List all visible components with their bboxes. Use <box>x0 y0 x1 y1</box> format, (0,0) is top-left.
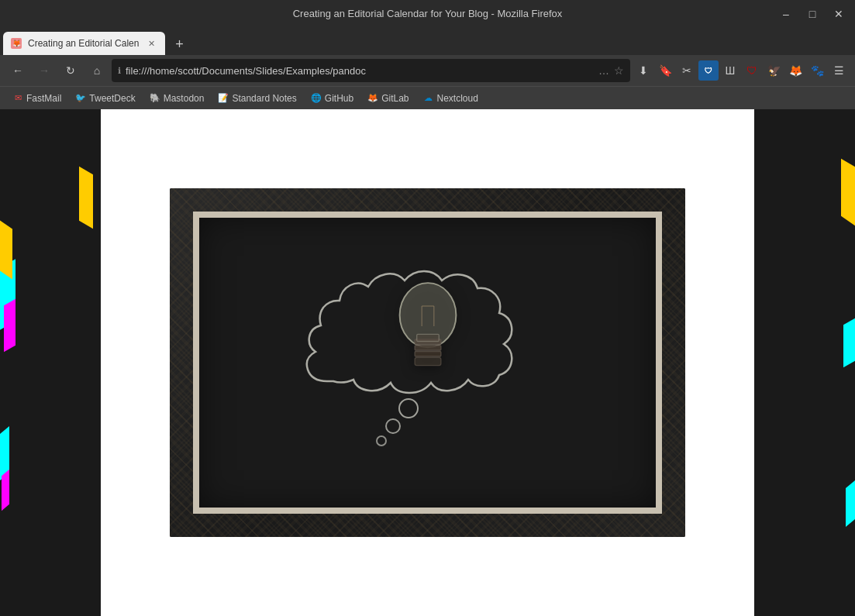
bookmark-standard-notes-label: Standard Notes <box>232 93 296 104</box>
tab-favicon: 🦊 <box>11 38 22 49</box>
bookmark-github[interactable]: 🌐 GitHub <box>305 91 360 106</box>
bookmark-standard-notes[interactable]: 📝 Standard Notes <box>212 91 302 106</box>
standard-notes-favicon: 📝 <box>218 93 229 104</box>
chalkboard-bg <box>170 188 685 537</box>
new-tab-button[interactable]: + <box>168 33 190 55</box>
bookmark-tweetdeck[interactable]: 🐦 TweetDeck <box>69 91 141 106</box>
fastmail-favicon: ✉ <box>12 93 23 104</box>
bookmark-icon[interactable]: 🔖 <box>655 60 675 81</box>
menu-button[interactable]: ☰ <box>829 60 849 81</box>
mastodon-favicon: 🐘 <box>150 93 160 104</box>
ext1-icon[interactable]: Ш <box>720 60 740 81</box>
bookmark-fastmail-label: FastMail <box>26 93 61 104</box>
ext3-icon[interactable]: 🦅 <box>764 60 784 81</box>
active-tab[interactable]: 🦊 Creating an Editorial Calen ✕ <box>3 32 165 55</box>
minimize-button[interactable]: – <box>776 7 796 21</box>
cyan-deco-right <box>846 480 855 527</box>
security-icon: ℹ <box>118 66 121 76</box>
svg-point-2 <box>377 436 386 446</box>
svg-rect-8 <box>415 346 441 351</box>
download-icon[interactable]: ⬇ <box>633 60 653 81</box>
ext2-icon[interactable]: 🛡 <box>742 60 762 81</box>
slide-container <box>101 109 754 616</box>
tweetdeck-favicon: 🐦 <box>75 93 86 104</box>
chalkboard-inner <box>193 212 662 514</box>
svg-rect-10 <box>415 357 441 365</box>
bookmark-gitlab[interactable]: 🦊 GitLab <box>361 91 415 106</box>
screenshot-icon[interactable]: ✂ <box>677 60 697 81</box>
maximize-button[interactable]: □ <box>802 7 822 21</box>
home-button[interactable]: ⌂ <box>85 59 109 82</box>
window-controls: – □ ✕ <box>776 7 849 21</box>
svg-rect-11 <box>416 334 439 341</box>
slide-area <box>101 109 754 616</box>
tab-title: Creating an Editorial Calen <box>28 38 139 49</box>
bookmark-nextcloud-label: Nextcloud <box>437 93 478 104</box>
github-favicon: 🌐 <box>311 93 322 104</box>
bookmark-tweetdeck-label: TweetDeck <box>89 93 135 104</box>
left-margin <box>0 109 101 616</box>
bookmark-github-label: GitHub <box>325 93 353 104</box>
svg-rect-9 <box>415 352 441 357</box>
more-icon[interactable]: … <box>598 64 609 77</box>
slide-image <box>170 188 685 537</box>
tab-close-button[interactable]: ✕ <box>145 37 157 50</box>
title-bar: Creating an Editorial Calendar for Your … <box>0 0 855 27</box>
bitwarden-icon[interactable]: 🛡 <box>698 60 719 81</box>
right-margin <box>754 109 855 616</box>
toolbar-right: ⬇ 🔖 ✂ 🛡 Ш 🛡 🦅 🦊 🐾 ☰ <box>633 60 849 81</box>
gitlab-favicon: 🦊 <box>367 93 378 104</box>
bookmark-mastodon[interactable]: 🐘 Mastodon <box>143 91 211 106</box>
bookmark-fastmail[interactable]: ✉ FastMail <box>6 91 67 106</box>
bookmark-gitlab-label: GitLab <box>381 93 409 104</box>
reload-button[interactable]: ↻ <box>59 59 82 82</box>
close-button[interactable]: ✕ <box>829 7 849 21</box>
bookmark-nextcloud[interactable]: ☁ Nextcloud <box>417 91 484 106</box>
address-bar[interactable]: ℹ … ☆ <box>112 59 630 82</box>
bookmark-bar: ✉ FastMail 🐦 TweetDeck 🐘 Mastodon 📝 Stan… <box>0 86 855 109</box>
bookmark-star-icon[interactable]: ☆ <box>614 64 624 77</box>
navigation-bar: ← → ↻ ⌂ ℹ … ☆ ⬇ 🔖 ✂ 🛡 Ш 🛡 🦅 🦊 🐾 ☰ <box>0 55 855 86</box>
ext4-icon[interactable]: 🐾 <box>807 60 827 81</box>
tab-bar: 🦊 Creating an Editorial Calen ✕ + <box>0 27 855 55</box>
bookmark-mastodon-label: Mastodon <box>164 93 205 104</box>
url-input[interactable] <box>126 65 594 77</box>
privacy-icon[interactable]: 🦊 <box>785 60 805 81</box>
svg-point-1 <box>386 419 400 433</box>
yellow-deco-right <box>841 166 855 226</box>
browser-viewport <box>0 109 855 616</box>
forward-button[interactable]: → <box>33 59 56 82</box>
back-button[interactable]: ← <box>6 59 29 82</box>
window-title: Creating an Editorial Calendar for Your … <box>0 8 855 19</box>
nextcloud-favicon: ☁ <box>423 93 434 104</box>
